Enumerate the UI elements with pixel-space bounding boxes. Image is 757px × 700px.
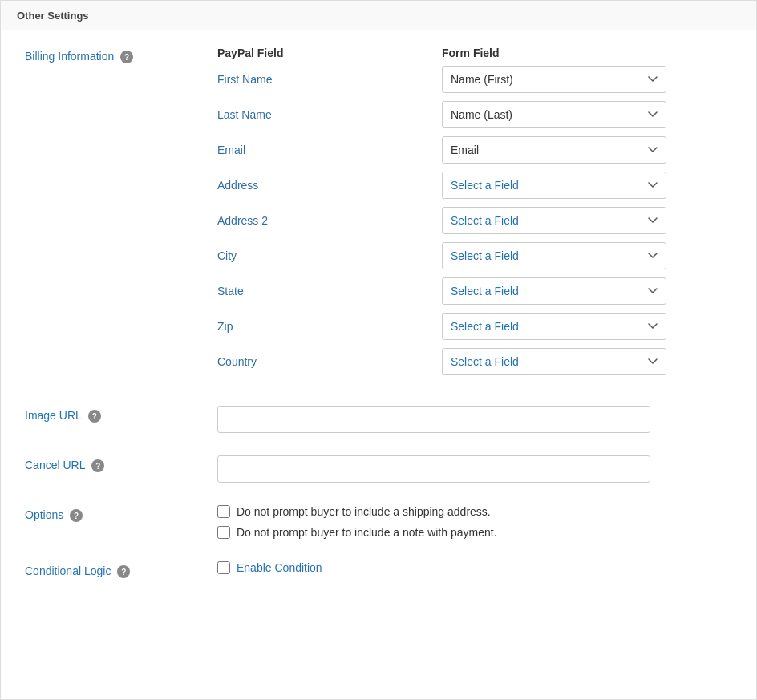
image-url-field-col bbox=[217, 406, 732, 433]
billing-information-label: Billing Information bbox=[25, 50, 114, 63]
form-col-header: Form Field bbox=[442, 47, 732, 59]
enable-condition-item: Enable Condition bbox=[217, 561, 732, 574]
billing-header: PayPal Field Form Field bbox=[217, 47, 732, 59]
options-field-col: Do not prompt buyer to include a shippin… bbox=[217, 505, 732, 539]
billing-label-col: Billing Information ? bbox=[25, 47, 217, 63]
option-shipping-label: Do not prompt buyer to include a shippin… bbox=[237, 505, 491, 518]
paypal-field-email: Email bbox=[217, 144, 442, 156]
billing-row-last-name: Last Name Name (Last) Select a Field bbox=[217, 101, 732, 128]
billing-grid: PayPal Field Form Field First Name Name … bbox=[217, 47, 732, 383]
form-field-select-email[interactable]: Email Select a Field bbox=[442, 136, 666, 164]
paypal-field-last-name: Last Name bbox=[217, 108, 442, 121]
enable-condition-checkbox[interactable] bbox=[217, 561, 230, 574]
options-checkbox-group: Do not prompt buyer to include a shippin… bbox=[217, 505, 732, 539]
form-field-select-address2[interactable]: Select a Field bbox=[442, 207, 666, 234]
conditional-logic-help-icon[interactable]: ? bbox=[117, 565, 130, 578]
section-title: Other Settings bbox=[17, 10, 89, 22]
form-field-select-first-name[interactable]: Name (First) Select a Field bbox=[442, 66, 666, 93]
form-field-select-zip[interactable]: Select a Field bbox=[442, 313, 666, 340]
billing-row-city: City Select a Field bbox=[217, 242, 732, 269]
page-wrapper: Other Settings Billing Information ? Pay… bbox=[0, 0, 757, 700]
cancel-url-row: Cancel URL ? bbox=[25, 455, 732, 483]
image-url-help-icon[interactable]: ? bbox=[88, 410, 101, 423]
billing-information-row: Billing Information ? PayPal Field Form … bbox=[25, 47, 732, 383]
paypal-field-address: Address bbox=[217, 179, 442, 192]
form-field-select-last-name[interactable]: Name (Last) Select a Field bbox=[442, 101, 666, 128]
paypal-field-first-name: First Name bbox=[217, 73, 442, 86]
form-field-select-address[interactable]: Select a Field bbox=[442, 172, 666, 199]
billing-row-address2: Address 2 Select a Field bbox=[217, 207, 732, 234]
billing-row-address: Address Select a Field bbox=[217, 172, 732, 199]
options-row: Options ? Do not prompt buyer to include… bbox=[25, 505, 732, 539]
billing-row-first-name: First Name Name (First) Select a Field bbox=[217, 66, 732, 93]
options-help-icon[interactable]: ? bbox=[70, 509, 83, 522]
form-field-select-city[interactable]: Select a Field bbox=[442, 242, 666, 269]
form-field-select-country[interactable]: Select a Field bbox=[442, 348, 666, 375]
paypal-field-country: Country bbox=[217, 355, 442, 368]
form-field-select-state[interactable]: Select a Field bbox=[442, 277, 666, 305]
content-area: Billing Information ? PayPal Field Form … bbox=[1, 30, 756, 617]
billing-row-zip: Zip Select a Field bbox=[217, 313, 732, 340]
image-url-row: Image URL ? bbox=[25, 406, 732, 433]
cancel-url-label: Cancel URL bbox=[25, 459, 85, 471]
billing-row-country: Country Select a Field bbox=[217, 348, 732, 375]
image-url-label-col: Image URL ? bbox=[25, 406, 217, 423]
options-label-col: Options ? bbox=[25, 505, 217, 522]
paypal-field-city: City bbox=[217, 249, 442, 262]
enable-condition-label: Enable Condition bbox=[237, 561, 322, 574]
conditional-logic-label-col: Conditional Logic ? bbox=[25, 561, 217, 578]
option-shipping-item: Do not prompt buyer to include a shippin… bbox=[217, 505, 732, 518]
option-note-checkbox[interactable] bbox=[217, 526, 230, 539]
billing-row-state: State Select a Field bbox=[217, 277, 732, 305]
section-header: Other Settings bbox=[1, 1, 756, 30]
cancel-url-label-col: Cancel URL ? bbox=[25, 455, 217, 472]
cancel-url-field-col bbox=[217, 455, 732, 483]
conditional-logic-label: Conditional Logic bbox=[25, 564, 111, 577]
paypal-col-header: PayPal Field bbox=[217, 47, 442, 59]
image-url-input[interactable] bbox=[217, 406, 650, 433]
option-note-item: Do not prompt buyer to include a note wi… bbox=[217, 526, 732, 539]
image-url-label: Image URL bbox=[25, 409, 82, 422]
cancel-url-help-icon[interactable]: ? bbox=[91, 459, 104, 472]
billing-row-email: Email Email Select a Field bbox=[217, 136, 732, 164]
billing-help-icon[interactable]: ? bbox=[120, 51, 133, 63]
option-shipping-checkbox[interactable] bbox=[217, 505, 230, 518]
paypal-field-state: State bbox=[217, 285, 442, 297]
conditional-logic-field-col: Enable Condition bbox=[217, 561, 732, 574]
option-note-label: Do not prompt buyer to include a note wi… bbox=[237, 526, 497, 539]
conditional-logic-row: Conditional Logic ? Enable Condition bbox=[25, 561, 732, 578]
billing-field-col: PayPal Field Form Field First Name Name … bbox=[217, 47, 732, 383]
cancel-url-input[interactable] bbox=[217, 455, 650, 483]
paypal-field-zip: Zip bbox=[217, 320, 442, 333]
options-label: Options bbox=[25, 508, 63, 521]
paypal-field-address2: Address 2 bbox=[217, 214, 442, 227]
